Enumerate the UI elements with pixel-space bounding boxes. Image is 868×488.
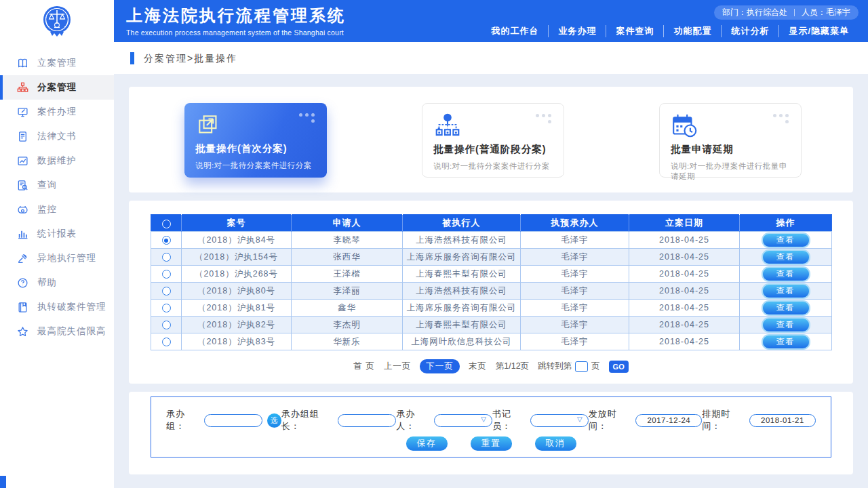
view-button[interactable]: 查看 <box>762 300 810 316</box>
app-title-block: 上海法院执行流程管理系统 The execution process manag… <box>126 5 346 37</box>
view-button[interactable]: 查看 <box>762 232 810 248</box>
cell-applicant: 王泽楷 <box>292 266 403 283</box>
department-label: 部门：执行综合处 <box>722 7 787 18</box>
sidebar-item-label: 立案管理 <box>37 57 77 69</box>
nav-my-workbench[interactable]: 我的工作台 <box>481 25 548 37</box>
sidebar-item-supreme-court-blacklist[interactable]: 最高院失信限高 <box>0 319 114 344</box>
monitor-edit-icon <box>17 106 28 118</box>
sidebar-item-query[interactable]: 查询 <box>0 173 114 197</box>
data-chart-icon <box>17 155 28 167</box>
cell-applicant: 李杰明 <box>292 317 403 333</box>
header-select-all[interactable] <box>151 215 182 232</box>
header: 上海法院执行流程管理系统 The execution process manag… <box>0 0 868 42</box>
sidebar-item-case-handling[interactable]: 案件办理 <box>0 100 114 124</box>
radio-header[interactable] <box>162 220 171 228</box>
card-batch-normal-assignment[interactable]: 批量操作(普通阶段分案) 说明:对一批待分案案件进行分案 <box>422 103 564 178</box>
sidebar-item-label: 查询 <box>37 179 57 191</box>
view-button[interactable]: 查看 <box>762 317 810 333</box>
cell-undertaker: 毛泽宇 <box>521 317 629 333</box>
cell-case-no: （2018）沪执154号 <box>182 249 292 266</box>
undertaker-label: 承办人： <box>396 408 434 432</box>
card-description: 说明:对一批办理案件进行批量申请延期 <box>671 161 790 182</box>
document-icon <box>17 131 28 142</box>
nav-function-config[interactable]: 功能配置 <box>663 25 721 37</box>
page-next[interactable]: 下一页 <box>420 359 460 373</box>
pick-button[interactable]: 选 <box>267 413 281 428</box>
page-last[interactable]: 末页 <box>469 361 487 372</box>
sidebar-item-label: 异地执行管理 <box>37 252 96 264</box>
cell-undertaker: 毛泽宇 <box>521 232 629 249</box>
row-radio[interactable] <box>162 304 171 312</box>
nav-stat-analysis[interactable]: 统计分析 <box>721 25 778 37</box>
table-panel: 案号 申请人 被执行人 执预承办人 立案日期 操作 （2018）沪执84号 李晓… <box>129 201 853 384</box>
cell-date: 2018-04-25 <box>629 283 740 300</box>
header-undertaker: 执预承办人 <box>521 215 629 232</box>
nav-case-query[interactable]: 案件查询 <box>606 25 663 37</box>
field-undertaking-group: 承办组： 选 <box>166 408 281 432</box>
row-radio[interactable] <box>162 321 171 329</box>
sidebar-item-monitoring[interactable]: 监控 <box>0 197 114 222</box>
page-first[interactable]: 首 页 <box>353 361 374 372</box>
cell-applicant: 张西华 <box>292 249 403 266</box>
sidebar-item-bankruptcy-cases[interactable]: 执转破案件管理 <box>0 295 114 319</box>
field-schedule-date: 排期时间： <box>702 408 816 432</box>
row-radio[interactable] <box>162 270 171 279</box>
top-nav: 我的工作台 业务办理 案件查询 功能配置 统计分析 显示/隐藏菜单 <box>481 25 859 37</box>
view-button[interactable]: 查看 <box>762 283 810 299</box>
sidebar-item-label: 统计报表 <box>37 228 77 240</box>
dots-decoration-icon <box>773 114 791 123</box>
sidebar-item-case-filing[interactable]: 立案管理 <box>0 51 114 75</box>
page-prev[interactable]: 上一页 <box>384 361 412 372</box>
issue-date-input[interactable] <box>635 414 702 427</box>
header-action: 操作 <box>740 215 832 232</box>
row-radio[interactable] <box>162 287 171 296</box>
view-button[interactable]: 查看 <box>762 266 810 282</box>
field-clerk: 书记员： ▽ <box>492 408 589 432</box>
schedule-date-label: 排期时间： <box>702 408 749 432</box>
table-header-row: 案号 申请人 被执行人 执预承办人 立案日期 操作 <box>151 215 832 232</box>
card-batch-delay-request[interactable]: 批量申请延期 说明:对一批办理案件进行批量申请延期 <box>659 103 802 178</box>
sidebar-item-statistics-report[interactable]: 统计报表 <box>0 222 114 246</box>
view-button[interactable]: 查看 <box>762 249 810 265</box>
sidebar-item-data-maintenance[interactable]: 数据维护 <box>0 148 114 173</box>
sidebar-item-remote-execution[interactable]: 异地执行管理 <box>0 246 114 270</box>
notebook-icon <box>17 302 28 313</box>
undertaking-group-label: 承办组： <box>166 408 204 432</box>
assignment-form-box: 承办组： 选 承办组组长： 承办人： ▽ 书记员： <box>151 396 831 458</box>
cancel-button[interactable]: 取消 <box>535 436 576 451</box>
undertaking-group-input[interactable] <box>204 414 262 427</box>
logo-block <box>0 0 114 42</box>
row-radio[interactable] <box>162 236 171 245</box>
page-jump-input[interactable] <box>575 361 588 372</box>
nav-business[interactable]: 业务办理 <box>548 25 606 37</box>
nav-toggle-menu[interactable]: 显示/隐藏菜单 <box>778 25 859 37</box>
view-button[interactable]: 查看 <box>762 334 810 350</box>
card-batch-first-assignment[interactable]: 批量操作(首次分案) 说明:对一批待分案案件进行分案 <box>184 103 327 178</box>
save-button[interactable]: 保存 <box>406 436 448 451</box>
undertaker-select[interactable] <box>434 414 492 427</box>
clerk-select[interactable] <box>530 414 589 427</box>
card-title: 批量操作(普通阶段分案) <box>433 143 553 156</box>
header-filing-date: 立案日期 <box>629 215 740 232</box>
sidebar-item-help[interactable]: 帮助 <box>0 270 114 295</box>
cell-executee: 上海浩然科技有限公司 <box>403 232 521 249</box>
schedule-date-input[interactable] <box>749 414 816 427</box>
cards-panel: 批量操作(首次分案) 说明:对一批待分案案件进行分案 批 <box>129 87 853 192</box>
gavel-icon <box>17 253 28 264</box>
table-row: （2018）沪执81号 鑫华 上海席乐服务咨询有限公司 毛泽宇 2018-04-… <box>151 300 832 317</box>
cell-date: 2018-04-25 <box>629 317 740 333</box>
header-case-no: 案号 <box>182 215 292 232</box>
reset-button[interactable]: 重置 <box>471 436 512 451</box>
tree-icon <box>433 112 462 140</box>
group-leader-input[interactable] <box>338 414 396 427</box>
cell-date: 2018-04-25 <box>629 249 740 266</box>
row-radio[interactable] <box>162 338 171 346</box>
book-icon <box>17 58 28 69</box>
sidebar-item-label: 帮助 <box>37 277 57 289</box>
sidebar-item-legal-documents[interactable]: 法律文书 <box>0 124 114 148</box>
table-row: （2018）沪执80号 李泽丽 上海浩然科技有限公司 毛泽宇 2018-04-2… <box>151 283 832 300</box>
cell-undertaker: 毛泽宇 <box>521 249 629 266</box>
sidebar-item-case-assignment[interactable]: 分案管理 <box>0 75 114 100</box>
go-button[interactable]: GO <box>609 361 629 373</box>
row-radio[interactable] <box>162 253 171 262</box>
